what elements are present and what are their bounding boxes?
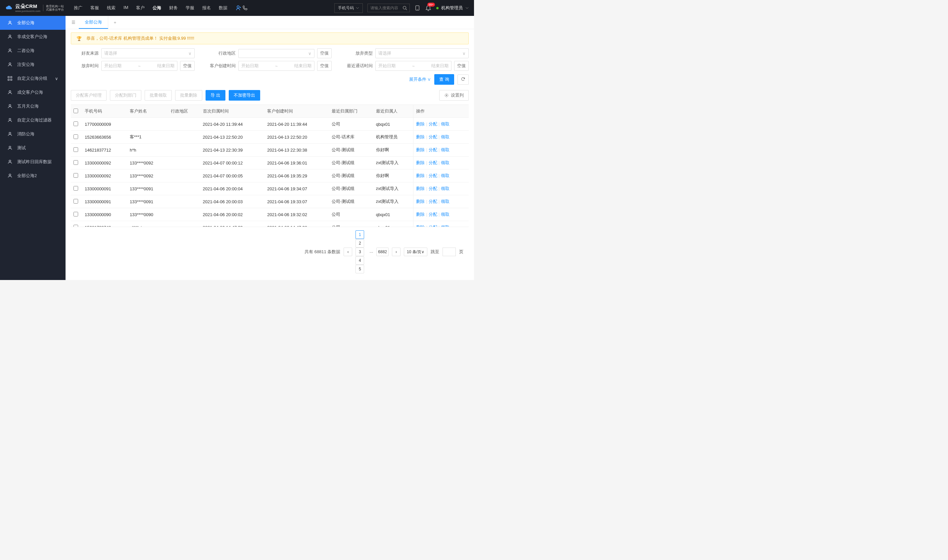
page-4[interactable]: 4 (356, 256, 364, 265)
logo[interactable]: 云朵CRM www.yunduocrm.com 教育机构一站式服务云平台 (5, 3, 64, 12)
sidebar-item-全部公海2[interactable]: 全部公海2 (0, 169, 66, 183)
tab-add[interactable]: ＋ (108, 20, 122, 26)
tab-all-public[interactable]: 全部公海 (79, 16, 108, 29)
action-claim[interactable]: 领取 (441, 147, 449, 152)
search-icon[interactable] (403, 6, 407, 10)
nav-推广[interactable]: 推广 (73, 4, 83, 12)
action-claim[interactable]: 领取 (441, 212, 449, 217)
page-1[interactable]: 1 (356, 230, 364, 239)
action-del[interactable]: 删除 (416, 186, 425, 191)
filter-region-select[interactable]: ∨ (239, 49, 314, 58)
nav-财务[interactable]: 财务 (168, 4, 179, 12)
row-select[interactable] (74, 173, 78, 178)
nav-报名[interactable]: 报名 (202, 4, 211, 12)
filter-create-time-null[interactable]: 空值 (317, 61, 332, 71)
sidebar-item-测试[interactable]: 测试 (0, 141, 66, 155)
action-assign[interactable]: 分配 (429, 134, 437, 139)
nav-学服[interactable]: 学服 (185, 4, 195, 12)
nav-公海[interactable]: 公海 (152, 4, 162, 12)
filter-call-time-range[interactable]: 开始日期~结束日期 (376, 61, 451, 71)
row-select[interactable] (74, 122, 78, 126)
notifications[interactable]: 99+ (425, 5, 432, 11)
action-del[interactable]: 删除 (416, 173, 425, 178)
sidebar-item-非成交客户公海[interactable]: 非成交客户公海 (0, 30, 66, 44)
admin-dropdown[interactable]: 机构管理员 (436, 5, 469, 11)
action-claim[interactable]: 领取 (441, 122, 449, 126)
sidebar-item-五月天公海[interactable]: 五月天公海 (0, 99, 66, 113)
filter-create-time-range[interactable]: 开始日期~结束日期 (239, 61, 314, 71)
sidebar-item-自定义公海过滤器[interactable]: 自定义公海过滤器 (0, 113, 66, 127)
action-del[interactable]: 删除 (416, 212, 425, 217)
filter-abandon-time-null[interactable]: 空值 (180, 61, 195, 71)
nav-数据[interactable]: 数据 (218, 4, 228, 12)
nav-线索[interactable]: 线索 (106, 4, 116, 12)
per-page-select[interactable]: 10 条/页 ∨ (404, 248, 427, 256)
row-select[interactable] (74, 212, 78, 217)
set-columns-button[interactable]: 设置列 (439, 90, 469, 101)
assign-mgr-button[interactable]: 分配客户经理 (71, 90, 106, 101)
action-claim[interactable]: 领取 (441, 134, 449, 139)
action-del[interactable]: 删除 (416, 147, 425, 152)
search-type-select[interactable]: 手机号码 (334, 3, 363, 13)
sidebar-item-二咨公海[interactable]: 二咨公海 (0, 44, 66, 58)
row-select[interactable] (74, 199, 78, 203)
phone-icon[interactable] (242, 5, 248, 11)
filter-abandon-type-select[interactable]: 请选择∨ (376, 48, 469, 58)
sidebar-item-注安公海[interactable]: 注安公海 (0, 58, 66, 71)
sidebar-item-测试昨日回库数据[interactable]: 测试昨日回库数据 (0, 155, 66, 169)
page-5[interactable]: 5 (356, 265, 364, 273)
sidebar-item-消防公海[interactable]: 消防公海 (0, 127, 66, 141)
row-select[interactable] (74, 147, 78, 152)
action-claim[interactable]: 领取 (441, 160, 449, 165)
batch-del-button[interactable]: 批量删除 (175, 90, 202, 101)
action-assign[interactable]: 分配 (429, 160, 437, 165)
expand-filters[interactable]: 展开条件 ∨ (409, 77, 431, 82)
action-del[interactable]: 删除 (416, 160, 425, 165)
action-del[interactable]: 删除 (416, 199, 425, 204)
row-select[interactable] (74, 134, 78, 139)
action-assign[interactable]: 分配 (429, 147, 437, 152)
assign-dept-button[interactable]: 分配到部门 (110, 90, 142, 101)
hamburger-icon[interactable]: ☰ (68, 20, 79, 25)
action-del[interactable]: 删除 (416, 225, 425, 227)
select-all[interactable] (74, 109, 78, 113)
nav-客户[interactable]: 客户 (135, 4, 145, 12)
sidebar-item-全部公海[interactable]: 全部公海 (0, 16, 66, 30)
query-button[interactable]: 查 询 (434, 74, 454, 85)
page-prev[interactable]: ‹ (343, 248, 352, 256)
page-2[interactable]: 2 (356, 239, 364, 248)
page-3[interactable]: 3 (356, 248, 364, 256)
sidebar-item-自定义公海分组[interactable]: 自定义公海分组∨ (0, 71, 66, 85)
refresh-button[interactable] (457, 74, 469, 85)
row-select[interactable] (74, 160, 78, 165)
action-claim[interactable]: 领取 (441, 173, 449, 178)
row-select[interactable] (74, 186, 78, 191)
action-claim[interactable]: 领取 (441, 225, 449, 227)
tablet-icon[interactable] (414, 5, 420, 11)
action-assign[interactable]: 分配 (429, 199, 437, 204)
filter-call-time-null[interactable]: 空值 (454, 61, 469, 71)
filter-source-select[interactable]: 请选择∨ (101, 48, 195, 58)
action-assign[interactable]: 分配 (429, 122, 437, 126)
export-button[interactable]: 导 出 (206, 90, 225, 101)
action-assign[interactable]: 分配 (429, 225, 437, 227)
export-plain-button[interactable]: 不加密导出 (229, 90, 260, 101)
sidebar-item-成交客户公海[interactable]: 成交客户公海 (0, 85, 66, 99)
batch-claim-button[interactable]: 批量领取 (145, 90, 172, 101)
action-del[interactable]: 删除 (416, 134, 425, 139)
nav-客服[interactable]: 客服 (90, 4, 100, 12)
action-assign[interactable]: 分配 (429, 212, 437, 217)
cell-created: 2021-04-13 22:30:38 (265, 144, 329, 157)
page-last[interactable]: 6882 (376, 248, 389, 256)
nav-IM[interactable]: IM (123, 4, 129, 12)
action-assign[interactable]: 分配 (429, 173, 437, 178)
filter-abandon-time-range[interactable]: 开始日期~结束日期 (101, 61, 177, 71)
action-del[interactable]: 删除 (416, 122, 425, 126)
filter-region-null[interactable]: 空值 (317, 48, 332, 58)
jump-input[interactable] (443, 248, 456, 256)
action-claim[interactable]: 领取 (441, 199, 449, 204)
action-assign[interactable]: 分配 (429, 186, 437, 191)
user-plus-icon[interactable] (235, 5, 242, 11)
page-next[interactable]: › (392, 248, 400, 256)
action-claim[interactable]: 领取 (441, 186, 449, 191)
